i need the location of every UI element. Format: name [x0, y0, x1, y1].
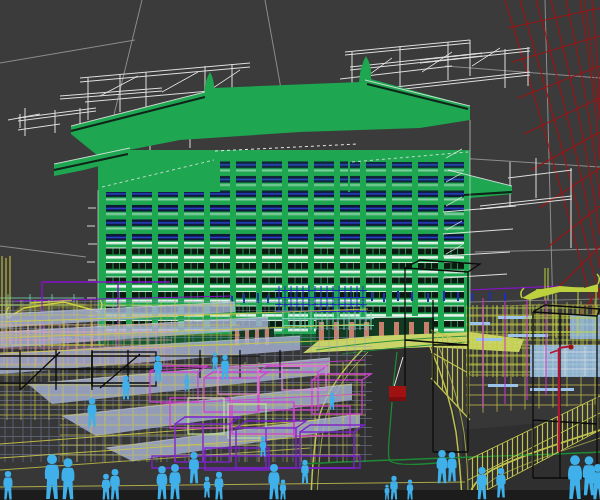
viewport-canvas[interactable] — [0, 0, 600, 500]
pink-frames — [0, 324, 172, 364]
bottom-strip — [0, 490, 600, 500]
viewport-3d[interactable] — [0, 0, 600, 500]
